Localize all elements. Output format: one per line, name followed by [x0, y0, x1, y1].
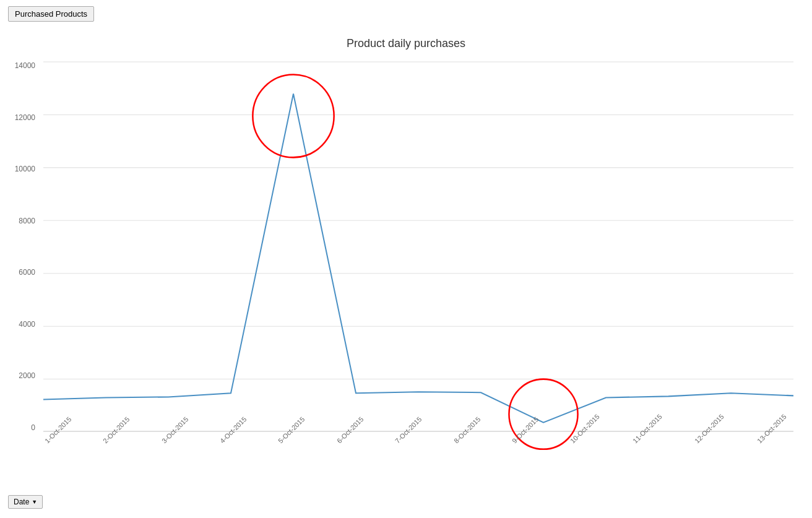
y-label-12000: 12000 — [15, 114, 35, 121]
annotation-circle-spike — [253, 75, 334, 158]
chart-title: Product daily purchases — [0, 34, 812, 50]
date-filter-button[interactable]: Date — [8, 495, 43, 509]
bottom-bar: Date — [8, 495, 43, 509]
chart-area — [43, 62, 793, 431]
y-label-2000: 2000 — [19, 372, 35, 379]
y-label-14000: 14000 — [15, 62, 35, 69]
y-label-0: 0 — [31, 424, 35, 431]
y-label-8000: 8000 — [19, 217, 35, 225]
purchased-products-button[interactable]: Purchased Products — [8, 6, 94, 22]
chart-container: Product daily purchases 14000 12000 1000… — [0, 34, 812, 481]
line-chart-svg — [43, 62, 793, 431]
data-line — [43, 93, 793, 422]
x-axis-labels: 1-Oct-2015 2-Oct-2015 3-Oct-2015 4-Oct-2… — [43, 434, 793, 481]
y-axis-labels: 14000 12000 10000 8000 6000 4000 2000 0 — [0, 62, 40, 431]
y-label-6000: 6000 — [19, 269, 35, 276]
y-label-4000: 4000 — [19, 321, 35, 328]
y-label-10000: 10000 — [15, 165, 35, 173]
